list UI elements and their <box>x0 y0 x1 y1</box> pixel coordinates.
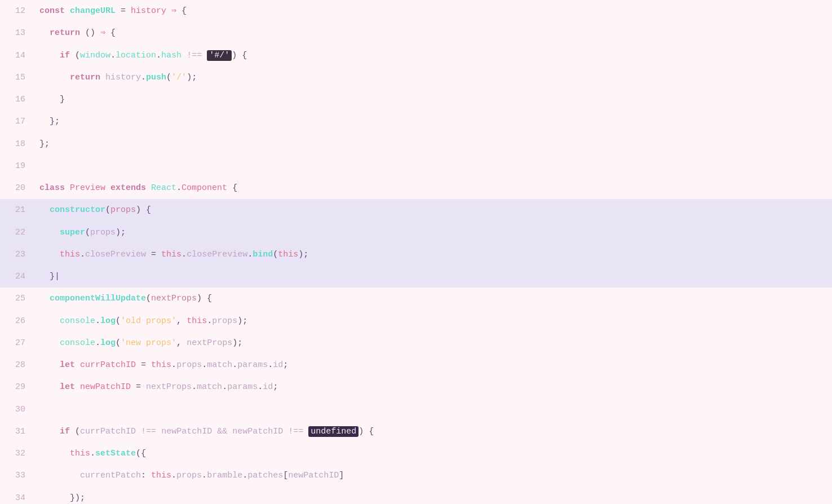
code-token: . <box>176 183 182 193</box>
code-token: ( <box>70 51 80 60</box>
line-number: 32 <box>0 443 37 465</box>
code-token: let <box>60 360 75 370</box>
code-token <box>39 316 60 326</box>
line-number: 21 <box>0 199 37 221</box>
code-token <box>39 382 60 392</box>
code-token: props <box>176 360 202 370</box>
code-token: this <box>70 449 90 458</box>
code-token: super <box>60 228 85 237</box>
code-token: ( <box>166 73 171 82</box>
line-number: 18 <box>0 133 37 155</box>
code-token: this <box>60 250 80 259</box>
code-token: undefined <box>308 426 359 437</box>
code-token: . <box>258 382 263 392</box>
code-token <box>182 51 187 60</box>
code-token: && <box>217 427 227 436</box>
code-token: , <box>176 316 187 326</box>
line-number: 17 <box>0 110 37 132</box>
code-line: 15 return history.push('/'); <box>0 67 832 89</box>
line-number: 24 <box>0 266 37 288</box>
code-token <box>39 228 60 237</box>
code-token <box>227 427 232 436</box>
code-line: 20class Preview extends React.Component … <box>0 177 832 199</box>
code-token: . <box>80 250 85 259</box>
code-token: . <box>202 471 207 480</box>
code-line: 16 } <box>0 89 832 110</box>
code-token: hash <box>161 51 182 60</box>
code-token: . <box>171 471 176 480</box>
code-line: 34 }); <box>0 487 832 505</box>
line-content: const changeURL = history ⇒ { <box>37 0 832 22</box>
code-token: componentWillUpdate <box>50 294 146 303</box>
code-token <box>146 183 151 193</box>
code-token <box>39 28 50 38</box>
code-line: 26 console.log('old props', this.props); <box>0 310 832 332</box>
code-token: params <box>227 382 258 392</box>
code-token: . <box>95 316 100 326</box>
code-token: changeURL <box>70 6 116 16</box>
code-token <box>136 427 141 436</box>
code-token: . <box>268 360 273 370</box>
code-line: 21 constructor(props) { <box>0 199 832 221</box>
code-token: ) { <box>197 294 212 303</box>
code-token: newPatchID <box>161 427 212 436</box>
code-editor: 12const changeURL = history ⇒ {13 return… <box>0 0 832 504</box>
code-line: 27 console.log('new props', nextProps); <box>0 332 832 354</box>
code-token <box>75 360 80 370</box>
code-token: = <box>136 360 151 370</box>
code-token <box>39 493 70 503</box>
code-token: . <box>202 360 207 370</box>
code-token: return <box>70 73 100 82</box>
code-token: !== <box>141 427 156 436</box>
code-token: ); <box>116 228 126 237</box>
code-token <box>39 250 60 259</box>
line-content: constructor(props) { <box>37 199 832 221</box>
code-token: ( <box>116 316 121 326</box>
code-token: '#/' <box>207 50 232 61</box>
code-line: 23 this.closePreview = this.closePreview… <box>0 244 832 266</box>
line-content <box>37 155 832 177</box>
code-token: this <box>151 471 171 480</box>
code-token: params <box>237 360 268 370</box>
code-token: constructor <box>50 205 105 215</box>
line-content: class Preview extends React.Component { <box>37 177 832 199</box>
line-content: if (currPatchID !== newPatchID && newPat… <box>37 421 832 443</box>
line-number: 26 <box>0 310 37 332</box>
code-token <box>39 471 80 480</box>
code-line: 32 this.setState({ <box>0 443 832 465</box>
code-token: . <box>182 250 187 259</box>
code-line: 29 let newPatchID = nextProps.match.para… <box>0 376 832 398</box>
code-token: bramble <box>207 471 242 480</box>
code-token: this <box>187 316 207 326</box>
code-token: 'old props' <box>121 316 176 326</box>
code-token: newPatchID <box>232 427 283 436</box>
line-content: }; <box>37 133 832 155</box>
line-number: 22 <box>0 222 37 244</box>
code-token: id <box>263 382 273 392</box>
code-token: ( <box>85 228 90 237</box>
code-token <box>39 117 50 126</box>
code-token <box>39 73 70 82</box>
line-content: currentPatch: this.props.bramble.patches… <box>37 465 832 487</box>
code-token: . <box>90 449 95 458</box>
code-token: { <box>105 28 116 38</box>
line-number: 23 <box>0 244 37 266</box>
code-token: ; <box>283 360 288 370</box>
code-token: Preview <box>70 183 105 193</box>
code-token: }); <box>70 493 85 503</box>
line-number: 13 <box>0 22 37 44</box>
code-line: 31 if (currPatchID !== newPatchID && new… <box>0 421 832 443</box>
code-token: console <box>60 338 95 348</box>
code-token: . <box>171 360 176 370</box>
code-line: 14 if (window.location.hash !== '#/') { <box>0 45 832 67</box>
code-token: ( <box>146 294 151 303</box>
code-token <box>39 272 50 281</box>
code-token: nextProps <box>151 294 197 303</box>
code-token: class <box>39 183 70 193</box>
code-token: 'new props' <box>121 338 176 348</box>
code-token: location <box>116 51 156 60</box>
line-content: console.log('new props', nextProps); <box>37 332 832 354</box>
line-content: super(props); <box>37 222 832 244</box>
code-token: , <box>176 338 187 348</box>
code-token: { <box>227 183 237 193</box>
